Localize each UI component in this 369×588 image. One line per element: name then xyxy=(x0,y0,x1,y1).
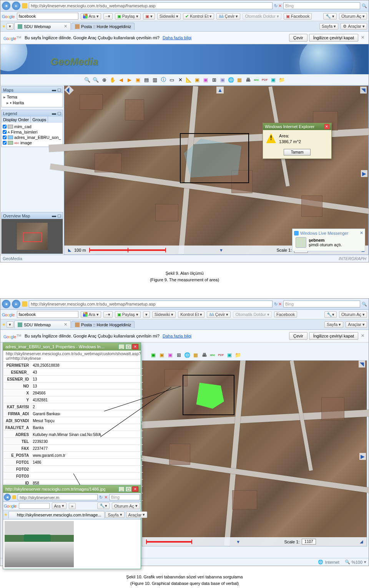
g-otomatik[interactable]: Otomatik Doldur ▾ xyxy=(233,311,271,318)
tab-active[interactable]: SDU Webmap✕ xyxy=(14,321,71,328)
g-more[interactable]: ··▾ xyxy=(103,311,113,318)
stop-icon[interactable]: ✕ xyxy=(278,302,282,307)
g-kontrol[interactable]: Kontrol Et ▾ xyxy=(178,311,204,318)
tool-icon[interactable]: ▣ xyxy=(219,76,226,84)
map-viewport[interactable]: ▲ ▶ ◤ ◥ Windows Internet Explorer✕ ! Are… xyxy=(64,85,369,255)
google-search-input[interactable] xyxy=(17,13,78,20)
tool-icon[interactable]: ▣ xyxy=(226,351,233,359)
g-ara[interactable]: Ara ▾ xyxy=(52,503,66,509)
back-button[interactable]: ◄ xyxy=(2,2,10,10)
g-wrench[interactable]: 🔧▾ xyxy=(324,311,337,318)
print-icon[interactable]: 🖶 xyxy=(200,351,208,359)
panel-header[interactable]: Overview Map▬ ▢ xyxy=(2,212,63,219)
g-ara[interactable]: Ara ▾ xyxy=(81,311,101,318)
window-title[interactable]: adres_imar_EBRU_son_1 Properties - Windo… xyxy=(3,343,141,351)
google-search-input[interactable] xyxy=(19,503,50,509)
translate-yes[interactable]: Çevir xyxy=(289,332,308,340)
back-button[interactable]: ◄ xyxy=(2,300,10,308)
translate-more[interactable]: Daha fazla bilgi xyxy=(163,334,191,338)
menu-sayfa[interactable]: Sayfa ▾ xyxy=(105,511,124,518)
print-icon[interactable]: 🖶 xyxy=(244,76,252,84)
grid-icon[interactable]: ▦ xyxy=(192,351,199,359)
g-oturum[interactable]: Oturum Aç ▾ xyxy=(339,13,367,20)
refresh-icon[interactable]: ↻ xyxy=(274,302,278,307)
pan-right-icon[interactable]: ▶ xyxy=(359,453,366,460)
tab-inactive[interactable]: Posta :: Horde Hoşgeldiniz xyxy=(71,321,135,328)
favorites-icon[interactable]: ★ xyxy=(2,322,6,327)
translate-close[interactable]: İngilizce çeviriyi kapat xyxy=(309,34,358,42)
pdf-icon[interactable]: PDF xyxy=(217,351,225,359)
tool-icon[interactable]: ▣ xyxy=(193,76,201,84)
maximize-icon[interactable]: ▢ xyxy=(125,344,131,349)
close-icon[interactable]: ✕ xyxy=(360,332,366,340)
scale-value[interactable]: 1107 xyxy=(302,539,316,545)
search-go-icon[interactable]: 🔍 xyxy=(362,3,367,8)
menu-sayfa[interactable]: Sayfa ▾ xyxy=(319,23,338,30)
close-icon[interactable]: ✕ xyxy=(360,231,363,236)
pan-down-icon[interactable]: ▼ xyxy=(219,248,223,252)
globe-icon[interactable]: 🌐 xyxy=(183,351,191,359)
g-more[interactable]: » xyxy=(69,503,76,509)
popup-url[interactable]: http://skylineserver.mescioglu.com.tr/sd… xyxy=(3,351,141,362)
g-paylas[interactable]: ▣Paylaş ▾ xyxy=(115,311,141,318)
g-mark[interactable]: ▣▾ xyxy=(143,13,155,20)
globe-icon[interactable]: 🌐 xyxy=(227,76,235,84)
zoomin-icon[interactable]: 🔍 xyxy=(83,76,91,84)
close-icon[interactable]: ✕ xyxy=(324,124,329,129)
search-go-icon[interactable]: 🔍 xyxy=(362,302,367,307)
folder-icon[interactable]: 📁 xyxy=(234,351,242,359)
g-more[interactable]: ··▾ xyxy=(103,13,113,20)
tool-icon[interactable]: ⊞ xyxy=(175,351,183,359)
minimize-icon[interactable]: _ xyxy=(118,344,125,349)
overview-map[interactable] xyxy=(2,219,63,254)
tab-active[interactable]: SDU Webmap✕ xyxy=(14,22,71,30)
url-field[interactable]: http://skylineserver.mescioglu.com.tr/sd… xyxy=(29,301,273,307)
tool-icon[interactable]: ▥ xyxy=(151,76,159,84)
fav-dropdown[interactable]: ▾ xyxy=(7,23,13,30)
browser-search[interactable]: Bing xyxy=(283,301,360,307)
google-search-input[interactable] xyxy=(17,311,78,318)
g-bookmark[interactable]: Facebook xyxy=(274,311,297,317)
g-kontrol[interactable]: ✔Kontrol Et ▾ xyxy=(183,13,214,20)
close-icon[interactable]: ✕ xyxy=(132,486,138,492)
layer-checkbox[interactable] xyxy=(3,141,7,145)
fwd-button[interactable]: ▸ xyxy=(12,300,20,308)
clear-icon[interactable]: ✕ xyxy=(176,76,184,84)
legend-tab[interactable]: Display Order xyxy=(2,117,31,123)
pan-icon[interactable]: ✋ xyxy=(109,76,116,84)
g-bookmark[interactable]: ▣Facebook xyxy=(284,13,312,20)
collapse-icon[interactable]: ▬ ▢ xyxy=(52,213,61,218)
url-field[interactable]: http://skylineserver.mescioglu.com.tr/sd… xyxy=(29,2,273,9)
g-wrench[interactable]: 🔧▾ xyxy=(323,13,337,20)
tool-icon[interactable]: ▣ xyxy=(158,351,166,359)
translate-yes[interactable]: Çevir xyxy=(289,34,308,42)
messenger-popup[interactable]: Windows Live Messenger✕ şebnemşimdi otur… xyxy=(292,229,365,251)
url-field[interactable]: http://skylineserver.m xyxy=(18,494,98,500)
menu-araclar[interactable]: Araçlar ▾ xyxy=(126,511,148,518)
maximize-icon[interactable]: ▢ xyxy=(125,486,131,492)
minimize-icon[interactable]: _ xyxy=(118,486,125,492)
stop-icon[interactable]: ✕ xyxy=(278,3,282,8)
tool-icon[interactable]: ▣ xyxy=(269,76,277,84)
layer-checkbox[interactable] xyxy=(3,130,7,134)
tree-item[interactable]: • Harita xyxy=(3,100,62,106)
pan-down-icon[interactable]: ▼ xyxy=(236,540,240,544)
tool-icon[interactable]: ▤ xyxy=(143,76,150,84)
translate-close[interactable]: İngilizce çeviriyi kapat xyxy=(309,332,358,340)
g-otomatik[interactable]: Otomatik Doldur ▾ xyxy=(243,13,281,20)
g-wrench[interactable]: 🔧▾ xyxy=(97,503,110,509)
tool-icon[interactable]: ⊞ xyxy=(210,76,218,84)
layer-checkbox[interactable] xyxy=(3,125,7,129)
window-title[interactable]: http://skylineserver.mescioglu.com.tr/im… xyxy=(3,485,141,493)
prev-icon[interactable]: ◀ xyxy=(117,76,125,84)
panel-header[interactable]: Maps▬ ▢ xyxy=(2,87,63,93)
browser-search[interactable]: Bing xyxy=(109,494,140,500)
legend-tab[interactable]: Groups xyxy=(31,117,48,123)
tab-inactive[interactable]: Posta :: Horde Hoşgeldiniz xyxy=(71,23,135,30)
menu-araclar[interactable]: Araçlar ▾ xyxy=(346,321,367,328)
g-sidewiki[interactable]: Sidewiki ▾ xyxy=(152,311,176,318)
tool-icon[interactable]: ▣ xyxy=(166,351,174,359)
refresh-icon[interactable]: ↻ xyxy=(99,495,103,500)
menu-araclar[interactable]: ⚙Araçlar ▾ xyxy=(341,23,367,30)
select-icon[interactable]: ▭ xyxy=(168,76,176,84)
